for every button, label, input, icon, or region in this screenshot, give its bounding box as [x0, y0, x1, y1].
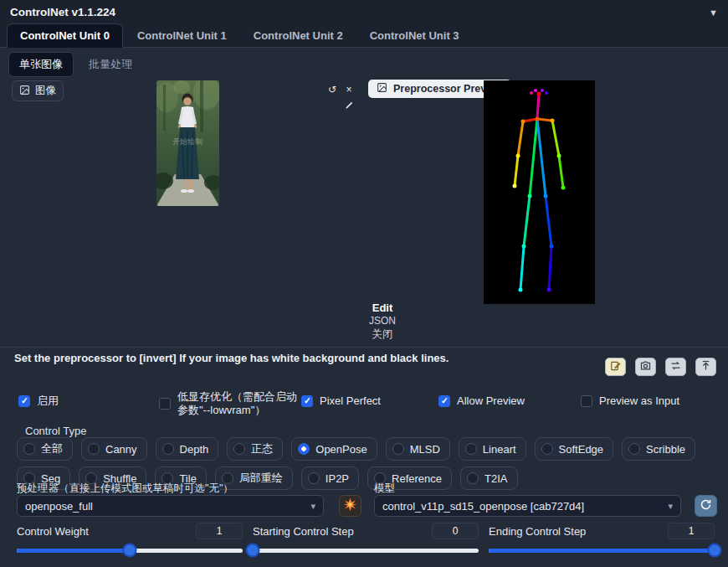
input-image[interactable]: 开始绘制 — [156, 80, 219, 206]
slider-fill — [17, 549, 130, 553]
control-type-t2ia[interactable]: T2IA — [460, 466, 517, 490]
swap-arrows-icon — [669, 359, 682, 374]
image-watermark: 开始绘制 — [172, 137, 203, 146]
preview-close-link[interactable]: 关闭 — [366, 327, 399, 342]
preview-json-link[interactable]: JSON — [366, 315, 399, 327]
arrow-up-icon — [700, 359, 712, 374]
preprocessor-value: openpose_full — [25, 500, 93, 513]
allow-preview-checkbox[interactable]: Allow Preview — [438, 394, 525, 408]
pixel-perfect-label: Pixel Perfect — [320, 394, 381, 408]
control-type-all[interactable]: 全部 — [17, 437, 73, 461]
control-weight-label: Control Weight — [17, 525, 89, 538]
canvas-pencil-icon — [610, 360, 622, 374]
control-weight-value-input[interactable]: 1 — [196, 523, 243, 539]
control-type-normal[interactable]: 正态 — [227, 437, 283, 461]
control-type-openpose[interactable]: OpenPose — [291, 437, 377, 461]
starting-step-label: Starting Control Step — [253, 525, 354, 538]
tab-single-image[interactable]: 单张图像 — [8, 52, 74, 77]
control-type-softedge[interactable]: SoftEdge — [535, 437, 614, 461]
send-dimensions-button[interactable] — [695, 358, 716, 376]
input-image-dropzone[interactable]: 开始绘制 ↺ × — [8, 77, 360, 347]
checkbox-checked-icon — [18, 395, 30, 407]
option-label: Depth — [180, 443, 209, 456]
radio-icon — [467, 472, 479, 484]
preview-links: Edit JSON 关闭 — [366, 302, 399, 342]
ending-step-value-input[interactable]: 1 — [668, 523, 715, 539]
camera-icon — [639, 359, 652, 374]
image-utility-buttons — [605, 358, 716, 376]
ending-step-slider[interactable] — [489, 549, 715, 553]
slider-handle[interactable] — [123, 544, 137, 558]
option-label: OpenPose — [315, 443, 367, 456]
lowvram-label: 低显存优化（需配合启动参数"--lowvram"） — [177, 390, 303, 418]
edit-pencil-icon[interactable] — [343, 99, 355, 111]
unit-0-panel: 单张图像 批量处理 图像 — [0, 48, 728, 567]
model-label: 模型 — [374, 482, 395, 496]
image-toolbar: ↺ × — [326, 84, 355, 111]
radio-icon — [233, 443, 245, 455]
control-weight-slider[interactable] — [17, 549, 243, 553]
preprocessor-row: openpose_full ▾ — [17, 495, 361, 517]
option-label: Canny — [105, 443, 137, 456]
option-label: SoftEdge — [559, 443, 604, 456]
explosion-icon — [343, 497, 357, 514]
ending-step-slider-group: Ending Control Step 1 — [489, 523, 715, 553]
radio-icon — [628, 443, 640, 455]
radio-icon — [392, 443, 404, 455]
control-type-heading: Control Type — [25, 425, 86, 437]
mode-subtabs: 单张图像 批量处理 — [8, 52, 134, 77]
control-type-lineart[interactable]: Lineart — [459, 437, 526, 461]
clear-image-icon[interactable]: × — [343, 84, 355, 95]
refresh-icon — [700, 498, 712, 513]
radio-icon — [88, 443, 100, 455]
undo-icon[interactable]: ↺ — [326, 84, 338, 95]
control-type-mlsd[interactable]: MLSD — [386, 437, 450, 461]
preprocessor-preview-panel: Preprocessor Preview — [364, 77, 720, 347]
tab-unit-0[interactable]: ControlNet Unit 0 — [7, 23, 123, 48]
extension-header[interactable]: ControlNet v1.1.224 ▼ — [0, 0, 728, 24]
option-label: 局部重绘 — [239, 471, 283, 486]
starting-step-slider[interactable] — [253, 549, 479, 553]
slider-handle[interactable] — [708, 544, 722, 558]
control-type-scribble[interactable]: Scribble — [622, 437, 695, 461]
slider-handle[interactable] — [246, 544, 260, 558]
slider-fill — [489, 549, 715, 553]
enable-checkbox[interactable]: 启用 — [18, 394, 59, 408]
input-image-content: 开始绘制 — [156, 80, 219, 206]
tab-unit-3[interactable]: ControlNet Unit 3 — [357, 24, 472, 47]
checkbox-unchecked-icon — [581, 395, 592, 407]
model-dropdown[interactable]: control_v11p_sd15_openpose [cab727d4] ▾ — [374, 495, 681, 517]
control-weight-slider-group: Control Weight 1 — [17, 523, 243, 553]
control-type-canny[interactable]: Canny — [81, 437, 147, 461]
radio-icon — [308, 472, 320, 484]
tab-unit-2[interactable]: ControlNet Unit 2 — [241, 24, 356, 47]
open-new-canvas-button[interactable] — [605, 358, 626, 376]
webcam-button[interactable] — [635, 358, 656, 376]
starting-step-value-input[interactable]: 0 — [432, 523, 479, 539]
section-divider — [0, 347, 728, 348]
preprocessor-label: 预处理器（直接上传模式图或草稿时可选"无"） — [17, 482, 233, 496]
option-label: MLSD — [410, 443, 440, 456]
preview-image-icon — [377, 82, 387, 95]
mirror-webcam-button[interactable] — [665, 358, 686, 376]
radio-icon — [541, 443, 553, 455]
preview-as-input-label: Preview as Input — [599, 394, 679, 408]
preprocessor-dropdown[interactable]: openpose_full ▾ — [17, 495, 324, 517]
model-row: control_v11p_sd15_openpose [cab727d4] ▾ — [374, 495, 717, 517]
preview-edit-link[interactable]: Edit — [366, 302, 399, 314]
collapse-arrow-icon[interactable]: ▼ — [709, 8, 718, 18]
unit-tabbar: ControlNet Unit 0 ControlNet Unit 1 Cont… — [0, 24, 728, 48]
lowvram-checkbox[interactable]: 低显存优化（需配合启动参数"--lowvram"） — [159, 390, 308, 418]
controlnet-extension: ControlNet v1.1.224 ▼ ControlNet Unit 0 … — [0, 0, 728, 567]
refresh-models-button[interactable] — [695, 495, 717, 517]
tab-batch[interactable]: 批量处理 — [87, 53, 134, 76]
option-label: 全部 — [41, 441, 63, 456]
option-label: Scribble — [646, 443, 685, 456]
tab-unit-1[interactable]: ControlNet Unit 1 — [125, 24, 239, 47]
run-preprocessor-button[interactable] — [339, 495, 361, 517]
control-type-depth[interactable]: Depth — [156, 437, 219, 461]
model-value: control_v11p_sd15_openpose [cab727d4] — [382, 500, 584, 513]
preview-as-input-checkbox[interactable]: Preview as Input — [581, 394, 679, 408]
pixel-perfect-checkbox[interactable]: Pixel Perfect — [301, 394, 381, 408]
control-type-ip2p[interactable]: IP2P — [301, 466, 359, 490]
